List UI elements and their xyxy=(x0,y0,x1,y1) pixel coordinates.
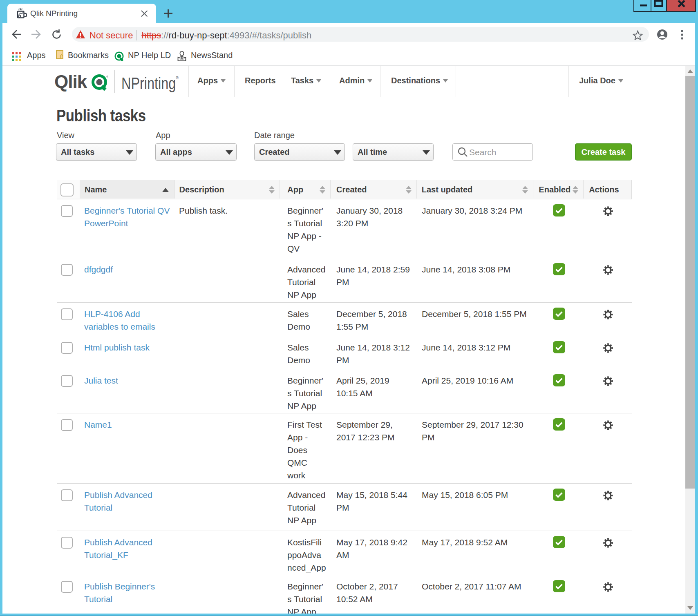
svg-text:R: R xyxy=(107,75,108,78)
